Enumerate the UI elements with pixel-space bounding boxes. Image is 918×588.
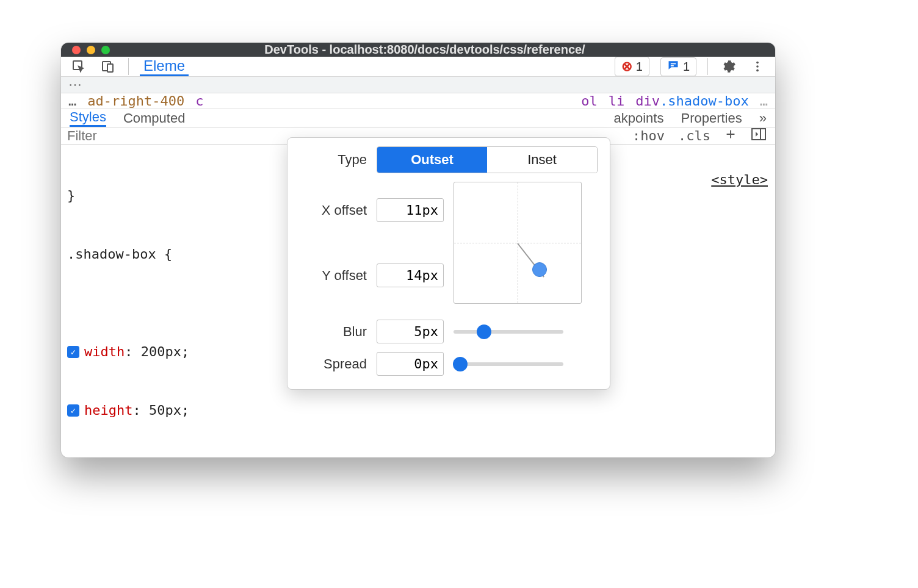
prop-row-height[interactable]: ✓ height: 50px; — [67, 401, 769, 420]
xy-handle[interactable] — [532, 262, 547, 277]
cls-toggle[interactable]: .cls — [676, 128, 713, 143]
svg-rect-8 — [752, 129, 765, 140]
svg-point-6 — [756, 65, 759, 68]
svg-rect-4 — [671, 65, 674, 66]
type-label: Type — [300, 152, 367, 168]
inset-button[interactable]: Inset — [487, 147, 597, 173]
yoffset-input[interactable] — [377, 264, 444, 287]
breadcrumb-item-1[interactable]: ad-right-400 — [87, 93, 184, 109]
yoffset-label: Y offset — [300, 268, 367, 284]
type-segmented-control: Outset Inset — [377, 146, 598, 173]
message-icon — [667, 59, 679, 74]
svg-rect-2 — [107, 64, 113, 72]
new-style-rule-icon[interactable] — [721, 127, 740, 144]
dom-path-ellipsis-icon: ⋯ — [68, 77, 82, 93]
toolbar-separator-2 — [707, 58, 708, 75]
tab-elements[interactable]: Eleme — [140, 57, 189, 76]
window-title: DevTools - localhost:8080/docs/devtools/… — [85, 43, 764, 57]
error-icon: ⊗ — [621, 59, 632, 74]
tab-computed[interactable]: Computed — [123, 109, 186, 127]
devtools-window: DevTools - localhost:8080/docs/devtools/… — [61, 43, 775, 457]
breadcrumb-ellipsis-right: … — [760, 93, 768, 109]
messages-badge[interactable]: 1 — [660, 57, 696, 76]
shadow-editor-popover: Type Outset Inset X offset Y offset Blur — [287, 137, 610, 390]
svg-point-5 — [756, 62, 759, 64]
messages-count: 1 — [683, 60, 690, 74]
spread-slider[interactable] — [454, 362, 563, 366]
xoffset-input[interactable] — [377, 198, 444, 222]
xoffset-label: X offset — [300, 203, 367, 218]
blur-input[interactable] — [377, 320, 444, 343]
styles-tabs: Styles Computed akpoints Properties » — [61, 109, 775, 127]
inspect-icon[interactable] — [70, 57, 88, 76]
breadcrumb-ellipsis-left: … — [68, 93, 76, 109]
devtools-toolbar: Eleme ⊗ 1 1 — [61, 57, 775, 77]
blur-label: Blur — [300, 324, 367, 340]
breadcrumb-item-3[interactable]: ol — [581, 93, 598, 109]
prop-checkbox[interactable]: ✓ — [67, 346, 79, 358]
tab-more-icon[interactable]: » — [759, 109, 767, 127]
breadcrumb-item-5[interactable]: div.shadow-box — [635, 93, 748, 109]
outset-button[interactable]: Outset — [377, 147, 487, 173]
device-toggle-icon[interactable] — [99, 57, 117, 76]
error-badge[interactable]: ⊗ 1 — [615, 57, 649, 76]
dom-path-bar: ⋯ — [61, 77, 775, 93]
error-count: 1 — [636, 60, 643, 74]
tab-breakpoints[interactable]: akpoints — [614, 109, 664, 127]
sidebar-toggle-icon[interactable] — [748, 127, 769, 144]
prop-checkbox[interactable]: ✓ — [67, 404, 79, 417]
tab-properties[interactable]: Properties — [681, 109, 742, 127]
breadcrumb-item-4[interactable]: li — [609, 93, 625, 109]
tab-styles[interactable]: Styles — [70, 109, 106, 127]
xy-offset-pad[interactable] — [454, 182, 582, 304]
hov-toggle[interactable]: :hov — [630, 128, 667, 143]
close-window-button[interactable] — [72, 46, 81, 54]
titlebar: DevTools - localhost:8080/docs/devtools/… — [61, 43, 775, 57]
blur-slider[interactable] — [454, 330, 563, 334]
toolbar-separator — [128, 58, 129, 75]
spread-input[interactable] — [377, 352, 444, 376]
breadcrumb-item-2[interactable]: c — [195, 93, 203, 109]
element-breadcrumb: … ad-right-400 c ol li div.shadow-box … — [61, 93, 775, 109]
more-menu-icon[interactable] — [748, 57, 767, 76]
settings-gear-icon[interactable] — [719, 57, 737, 76]
svg-point-7 — [756, 70, 759, 72]
spread-label: Spread — [300, 356, 367, 372]
style-source-link[interactable]: <style> — [711, 170, 768, 190]
svg-rect-3 — [671, 63, 676, 64]
